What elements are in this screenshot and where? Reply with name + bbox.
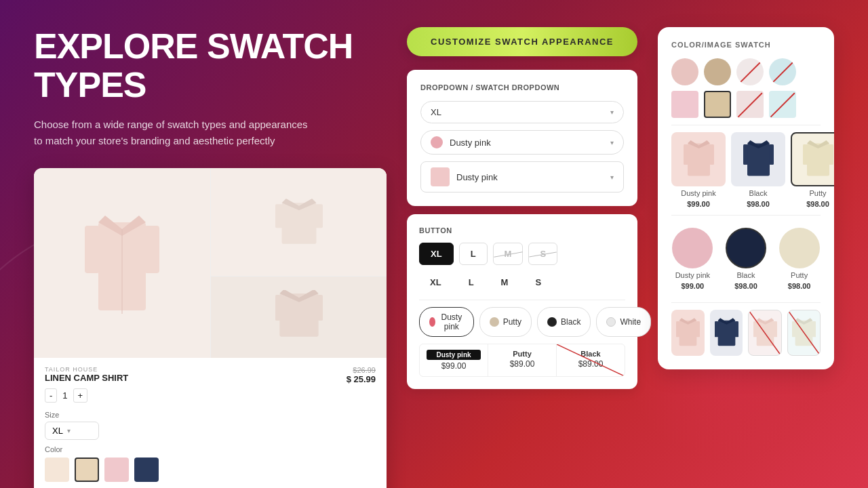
qty-value: 1 xyxy=(62,390,67,401)
swatch-navy[interactable] xyxy=(134,458,159,482)
img-swatch-putty-2[interactable]: Putty $98.00 xyxy=(779,228,820,290)
svg-rect-8 xyxy=(315,204,323,228)
shirt-main-svg xyxy=(85,209,159,317)
button-card-title: BUTTON xyxy=(419,226,625,235)
image-row3 xyxy=(671,310,821,356)
panel-divider-2 xyxy=(671,215,821,216)
size-btn-xl[interactable]: XL xyxy=(419,243,454,265)
swatch-pink-sq[interactable] xyxy=(671,91,698,118)
color-label: Color xyxy=(45,445,376,453)
svg-rect-36 xyxy=(753,321,757,337)
color-pill-white[interactable]: White xyxy=(596,307,651,337)
swatch-strike-1[interactable] xyxy=(736,58,764,85)
text-size-m[interactable]: M xyxy=(490,272,519,293)
right-panel: COLOR/IMAGE SWATCH xyxy=(658,27,834,369)
price-cell-putty: Putty $89.00 xyxy=(488,344,557,376)
color-pill-black[interactable]: Black xyxy=(537,307,591,337)
size-chevron: ▾ xyxy=(610,108,614,116)
customize-swatch-button[interactable]: CUSTOMIZE SWATCH APPEARANCE xyxy=(407,27,637,56)
product-main-image xyxy=(34,168,210,358)
main-container: EXPLORE SWATCH TYPES Choose from a wide … xyxy=(0,0,868,488)
size-btn-s[interactable]: S xyxy=(528,243,557,265)
shirt-br-svg xyxy=(275,290,323,344)
product-name: LINEN CAMP SHIRT xyxy=(45,373,128,383)
img-bottom-4-strike[interactable] xyxy=(787,310,821,356)
swatch-pink[interactable] xyxy=(104,458,129,482)
text-size-xl[interactable]: XL xyxy=(419,272,452,293)
color-pill-dot xyxy=(429,317,435,327)
svg-rect-3 xyxy=(85,226,100,273)
text-size-buttons-row: XL L M S xyxy=(419,272,625,293)
img-swatch-thumb xyxy=(431,167,450,186)
svg-rect-4 xyxy=(144,226,159,273)
price-table: Dusty pink $99.00 Putty $89.00 Black $89… xyxy=(419,344,625,377)
svg-rect-33 xyxy=(734,321,738,337)
divider xyxy=(419,300,625,300)
color-pill-putty[interactable]: Putty xyxy=(479,307,532,337)
product-card: TAILOR HOUSE LINEN CAMP SHIRT $26.99 $ 2… xyxy=(34,168,387,488)
button-swatch-card: BUTTON XL L M S XL L M S Dusty pink xyxy=(407,214,637,389)
image-select-dropdown[interactable]: Dusty pink ▾ xyxy=(420,161,624,192)
swatch-strike-sq-1[interactable] xyxy=(736,91,764,118)
color-chevron: ▾ xyxy=(610,139,614,146)
color-dot xyxy=(431,136,443,148)
svg-rect-7 xyxy=(275,204,283,228)
svg-rect-29 xyxy=(696,321,700,337)
right-panel-title: COLOR/IMAGE SWATCH xyxy=(671,41,821,49)
text-size-l[interactable]: L xyxy=(458,272,485,293)
svg-rect-20 xyxy=(743,144,748,165)
size-btn-m[interactable]: M xyxy=(493,243,524,265)
img-bottom-1[interactable] xyxy=(671,310,705,356)
size-buttons-row: XL L M S xyxy=(419,243,625,265)
swatch-blush-circle[interactable] xyxy=(671,58,698,85)
img-swatch-putty[interactable]: Putty $98.00 xyxy=(791,132,834,208)
svg-rect-28 xyxy=(676,321,679,337)
swatch-strike-sq-2[interactable] xyxy=(769,91,796,118)
img-bottom-2[interactable] xyxy=(710,310,743,356)
price-cell-black: Black $89.00 xyxy=(557,344,625,376)
img-chevron: ▾ xyxy=(610,174,614,181)
svg-rect-24 xyxy=(803,144,808,165)
svg-rect-11 xyxy=(275,295,281,321)
img-swatch-dusty-pink-img xyxy=(671,132,726,186)
color-image-row2: Dusty pink $99.00 Black $98.00 Putty $98… xyxy=(671,222,821,296)
swatch-tan-circle[interactable] xyxy=(704,58,731,85)
square-swatches-row2 xyxy=(671,91,821,118)
circle-swatches-row1 xyxy=(671,58,821,85)
product-brand: TAILOR HOUSE xyxy=(45,366,128,373)
product-images xyxy=(34,168,387,358)
size-btn-l[interactable]: L xyxy=(459,243,488,265)
product-br-image xyxy=(210,277,387,358)
panel-divider xyxy=(671,125,821,125)
size-select-dropdown[interactable]: XL ▾ xyxy=(420,101,624,123)
svg-rect-17 xyxy=(709,144,714,165)
swatch-beige[interactable] xyxy=(75,458,99,482)
svg-rect-42 xyxy=(812,321,816,337)
qty-plus[interactable]: + xyxy=(73,388,88,403)
dropdown-card: DROPDOWN / SWATCH DROPDOWN XL ▾ Dusty pi… xyxy=(407,70,637,206)
svg-rect-21 xyxy=(769,144,774,165)
svg-rect-25 xyxy=(829,144,833,165)
size-dropdown[interactable]: XL ▾ xyxy=(45,422,99,440)
dropdown-card-title: DROPDOWN / SWATCH DROPDOWN xyxy=(420,83,624,92)
img-bottom-3-strike[interactable] xyxy=(748,310,781,356)
product-info: TAILOR HOUSE LINEN CAMP SHIRT $26.99 $ 2… xyxy=(34,358,387,411)
product-tr-image xyxy=(210,168,387,277)
swatch-cream[interactable] xyxy=(45,458,69,482)
color-pill-buttons: Dusty pink Putty Black White xyxy=(419,307,625,337)
img-swatch-black-2[interactable]: Black $98.00 xyxy=(726,228,766,290)
swatch-beige-sq[interactable] xyxy=(704,91,731,118)
circle-swatch-dusty xyxy=(672,228,713,268)
color-select-dropdown[interactable]: Dusty pink ▾ xyxy=(420,130,624,155)
color-pill-dusty-pink[interactable]: Dusty pink xyxy=(419,307,474,337)
qty-minus[interactable]: - xyxy=(45,388,57,403)
img-swatch-black[interactable]: Black $98.00 xyxy=(731,132,785,208)
img-swatch-dusty-2[interactable]: Dusty pink $99.00 xyxy=(672,228,713,290)
img-swatch-dusty-pink[interactable]: Dusty pink $99.00 xyxy=(671,132,726,208)
text-size-s[interactable]: S xyxy=(524,272,552,293)
size-label: Size xyxy=(45,411,376,419)
swatch-strike-2[interactable] xyxy=(769,58,796,85)
product-options: Size XL ▾ Color xyxy=(34,411,387,488)
color-pill-dot-black xyxy=(547,317,557,327)
svg-rect-32 xyxy=(715,321,718,337)
